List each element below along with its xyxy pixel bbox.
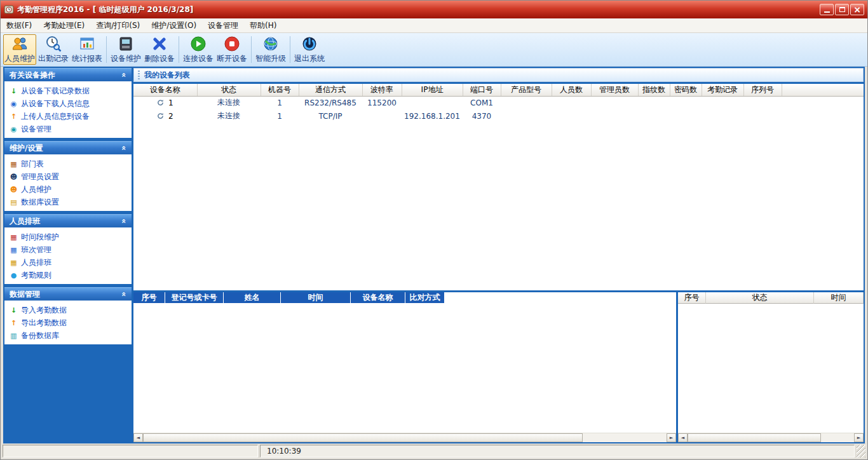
col-verify-mode[interactable]: 比对方式 [405,292,445,303]
col-enroll-or-card-no[interactable]: 登记号或卡号 [165,292,224,303]
col-time[interactable]: 时间 [281,292,351,303]
disconnect-device-icon [224,36,240,52]
sidebar-item-upload-staff[interactable]: ↑ 上传人员信息到设备 [4,110,132,123]
scroll-thumb[interactable] [688,433,821,442]
section-header-data-manage[interactable]: 数据管理 [4,287,132,301]
scroll-left-button[interactable] [133,433,143,442]
attendance-records-icon [45,36,62,52]
toolbar-separator [106,36,107,63]
staff-maintain-button[interactable]: 人员维护 [3,34,36,65]
delete-device-button[interactable]: 删除设备 [143,34,176,65]
menu-help[interactable]: 帮助(H) [244,18,282,32]
collapse-icon[interactable] [119,72,128,78]
disconnect-device-button[interactable]: 断开设备 [215,34,248,65]
col-attendance-records[interactable]: 考勤记录 [702,84,743,96]
sidebar-item-admin-settings[interactable]: ☻ 管理员设置 [4,170,132,183]
sidebar-item-department-table[interactable]: ▦ 部门表 [4,158,132,170]
device-row[interactable]: 2 未连接 1 TCP/IP 192.168.1.201 4370 [133,109,864,123]
sidebar-item-backup-database[interactable]: ▥ 备份数据库 [4,329,132,342]
sidebar-section-schedule: 人员排班 ▦ 时间段维护 ▦ 班次管理 ▦ 人员排班 [4,214,132,284]
sidebar-item-import-data[interactable]: ↓ 导入考勤数据 [4,304,132,316]
col-device-name[interactable]: 设备名称 [133,84,197,96]
col-name[interactable]: 姓名 [224,292,281,303]
admin-settings-icon: ☻ [10,173,18,180]
exit-system-button[interactable]: 退出系统 [293,34,326,65]
collapse-icon[interactable] [119,145,128,151]
export-data-icon: ↑ [10,320,18,327]
collapse-icon[interactable] [119,292,128,297]
scroll-track[interactable] [143,433,667,442]
staff-maintain-icon [11,36,28,52]
statistics-report-button[interactable]: 统计报表 [71,34,104,65]
scroll-right-button[interactable] [854,433,864,442]
section-header-schedule[interactable]: 人员排班 [4,214,132,227]
device-maintain-button[interactable]: 设备维护 [109,34,142,65]
maximize-button[interactable] [835,4,849,15]
col-serial-no[interactable]: 序列号 [743,84,782,96]
section-header-device-ops[interactable]: 有关设备操作 [4,68,132,81]
connect-device-button[interactable]: 连接设备 [182,34,215,65]
device-row[interactable]: 1 未连接 1 RS232/RS485 115200 COM1 [133,96,864,109]
col-fingerprint-count[interactable]: 指纹数 [638,84,670,96]
sidebar-item-download-records[interactable]: ↓ 从设备下载记录数据 [4,85,132,97]
menu-device-manage[interactable]: 设备管理 [202,18,244,32]
backup-database-icon: ▥ [10,332,18,339]
col-time[interactable]: 时间 [814,292,864,304]
staff-maintain-icon: ☻ [10,186,18,193]
menu-query-print[interactable]: 查询/打印(S) [90,18,146,32]
col-status[interactable]: 状态 [706,292,814,304]
database-settings-icon: ▤ [10,199,18,206]
col-admin-count[interactable]: 管理员数 [591,84,638,96]
col-comm-mode[interactable]: 通信方式 [299,84,362,96]
live-records-panel: 序号 登记号或卡号 姓名 时间 设备名称 比对方式 [133,292,676,442]
device-manage-icon: ◉ [10,126,18,133]
resize-grip[interactable] [857,445,865,457]
status-bar: 10:10:39 [3,445,865,457]
sidebar-section-device-ops: 有关设备操作 ↓ 从设备下载记录数据 ◉ 从设备下载人员信息 ↑ 上传人员信息到… [4,68,132,138]
col-staff-count[interactable]: 人员数 [552,84,591,96]
sidebar-item-device-manage[interactable]: ◉ 设备管理 [4,123,132,135]
scroll-left-button[interactable] [678,433,688,442]
col-baud-rate[interactable]: 波特率 [362,84,402,96]
col-product-model[interactable]: 产品型号 [501,84,552,96]
device-status-hscrollbar [678,433,864,442]
col-status[interactable]: 状态 [197,84,261,96]
col-device-name[interactable]: 设备名称 [351,292,405,303]
menu-maintain-settings[interactable]: 维护/设置(O) [146,18,202,32]
col-index[interactable]: 序号 [678,292,706,304]
sidebar-item-time-period[interactable]: ▦ 时间段维护 [4,231,132,243]
col-index[interactable]: 序号 [133,292,165,303]
sidebar-item-staff-maintain[interactable]: ☻ 人员维护 [4,183,132,196]
sidebar-item-shift-manage[interactable]: ▦ 班次管理 [4,243,132,256]
menu-data[interactable]: 数据(F) [1,18,37,32]
smart-upgrade-button[interactable]: 智能升级 [254,34,287,65]
sidebar-item-download-staff[interactable]: ◉ 从设备下载人员信息 [4,97,132,110]
col-ip-address[interactable]: IP地址 [402,84,463,96]
col-machine-no[interactable]: 机器号 [261,84,299,96]
minimize-button[interactable] [820,4,834,15]
minimize-icon [824,11,830,13]
collapse-icon[interactable] [119,219,128,224]
scroll-right-button[interactable] [667,433,676,442]
delete-device-icon [151,36,168,52]
sidebar-item-attendance-rules[interactable]: ● 考勤规则 [4,269,132,281]
attendance-records-button[interactable]: 出勤记录 [37,34,70,65]
status-time: 10:10:39 [267,447,301,456]
live-records-hscrollbar [133,433,676,442]
sidebar-item-staff-schedule[interactable]: ▦ 人员排班 [4,256,132,269]
col-port[interactable]: 端口号 [463,84,501,96]
menu-attendance[interactable]: 考勤处理(E) [37,18,90,32]
import-data-icon: ↓ [10,307,18,314]
scroll-track[interactable] [688,433,854,442]
content-area: 有关设备操作 ↓ 从设备下载记录数据 ◉ 从设备下载人员信息 ↑ 上传人员信息到… [3,67,865,443]
col-password-count[interactable]: 密码数 [670,84,702,96]
scroll-thumb[interactable] [143,433,583,442]
sidebar-section-maintain: 维护/设置 ▦ 部门表 ☻ 管理员设置 ☻ 人员维护 [4,141,132,211]
section-header-maintain[interactable]: 维护/设置 [4,141,132,154]
close-button[interactable] [850,4,864,15]
sidebar-item-database-settings[interactable]: ▤ 数据库设置 [4,196,132,208]
smart-upgrade-icon [262,36,279,52]
close-icon [853,5,861,15]
sidebar-item-export-data[interactable]: ↑ 导出考勤数据 [4,316,132,329]
panel-grip[interactable] [138,71,140,79]
